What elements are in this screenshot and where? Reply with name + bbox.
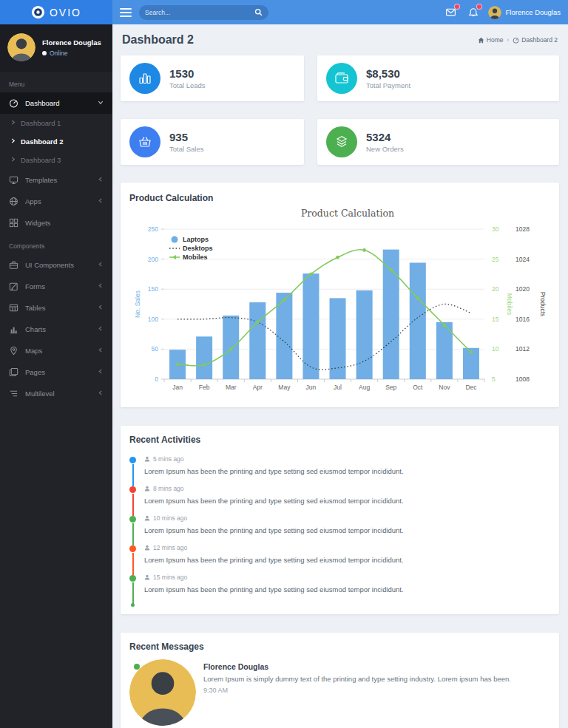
breadcrumb-separator: › (507, 36, 509, 44)
svg-text:150: 150 (148, 285, 158, 293)
breadcrumb-current[interactable]: Dashboard 2 (513, 36, 558, 44)
chevron-left-icon (98, 347, 104, 355)
timeline-dot-icon (129, 457, 136, 463)
stat-value: $8,530 (366, 67, 410, 81)
message-sender-name: Florence Douglas (203, 662, 511, 671)
svg-text:Jan: Jan (172, 384, 183, 391)
activity-item: 10 mins agoLorem Ipsum has been the prin… (129, 514, 550, 544)
sidebar-item-label: Tables (25, 304, 45, 312)
breadcrumb-home[interactable]: Home (478, 36, 504, 44)
recent-messages-card: Recent Messages Florence DouglasLorem Ip… (121, 633, 559, 728)
avatar (488, 6, 501, 19)
timeline-line (132, 553, 134, 575)
timeline-dot-icon (129, 575, 136, 582)
hamburger-menu-icon[interactable] (120, 8, 132, 17)
map-pin-icon (9, 346, 18, 356)
stat-label: New Orders (366, 145, 404, 153)
brand-logo[interactable]: OVIO (0, 0, 112, 24)
chevron-left-icon (98, 389, 104, 398)
bar-chart-icon (9, 324, 18, 334)
chevron-left-icon (98, 197, 104, 205)
brand-name: OVIO (50, 7, 81, 18)
message-text: Lorem Ipsum is simply dummy text of the … (203, 675, 511, 683)
activity-text: Lorem Ipsum has been the printing and ty… (144, 526, 550, 534)
sidebar-item-widgets[interactable]: Widgets (0, 212, 112, 234)
svg-text:5: 5 (492, 375, 496, 383)
sidebar-item-pages[interactable]: Pages (0, 361, 112, 383)
svg-text:Products: Products (539, 292, 547, 317)
sidebar-subitem-dashboard-1[interactable]: Dashboard 1 (0, 114, 112, 132)
sidebar-item-label: Widgets (25, 219, 50, 227)
svg-text:Oct: Oct (413, 384, 423, 391)
svg-text:Aug: Aug (359, 384, 370, 391)
chevron-left-icon (98, 261, 104, 269)
sidebar-item-charts[interactable]: Charts (0, 319, 112, 340)
svg-text:Sep: Sep (385, 384, 396, 391)
timeline-dot-icon (129, 486, 136, 493)
sidebar-item-dashboard[interactable]: Dashboard (0, 92, 112, 114)
activity-text: Lorem Ipsum has been the printing and ty… (144, 467, 550, 475)
sidebar-item-templates[interactable]: Templates (0, 169, 112, 191)
sidebar-item-label: UI Components (25, 261, 74, 269)
sidebar-item-label: Multilevel (25, 389, 55, 398)
messages-list: Florence DouglasLorem Ipsum is simply du… (129, 659, 550, 728)
monitor-icon (9, 175, 18, 185)
svg-text:0: 0 (155, 375, 158, 383)
timeline-line (132, 523, 134, 545)
table-icon (9, 303, 18, 313)
sidebar-item-label: Apps (25, 197, 41, 205)
sidebar-subitem-dashboard-2[interactable]: Dashboard 2 (0, 132, 112, 151)
svg-text:100: 100 (148, 316, 158, 323)
sidebar-item-multilevel[interactable]: Multilevel (0, 383, 112, 404)
sidebar-subitem-label: Dashboard 1 (21, 119, 61, 127)
notifications-icon[interactable] (466, 5, 481, 20)
pencil-square-icon (9, 282, 18, 291)
svg-text:Laptops: Laptops (183, 236, 209, 243)
search-icon[interactable] (254, 8, 263, 16)
timeline-dot-icon (129, 545, 136, 552)
sidebar-item-ui-components[interactable]: UI Components (0, 254, 112, 276)
activity-item: 8 mins agoLorem Ipsum has been the print… (129, 485, 550, 514)
combo-chart-svg: Product Calculation051008501010121001510… (128, 205, 553, 398)
layers-icon (326, 126, 357, 157)
svg-text:1008: 1008 (515, 375, 530, 383)
svg-text:Product Calculation: Product Calculation (301, 208, 394, 219)
timeline-line (132, 464, 134, 486)
sidebar-item-label: Pages (25, 368, 45, 376)
sidebar-item-tables[interactable]: Tables (0, 297, 112, 319)
search-input[interactable] (145, 9, 254, 16)
sidebar-subitem-label: Dashboard 2 (21, 137, 64, 146)
sidebar-item-maps[interactable]: Maps (0, 340, 112, 361)
sidebar-item-label: Maps (25, 347, 42, 355)
svg-text:10: 10 (492, 345, 499, 353)
chart-card-title: Product Calculation (129, 193, 552, 203)
svg-text:Feb: Feb (199, 384, 210, 391)
main-content: Dashboard 2 Home › Dashboard 2 1530Total… (112, 0, 568, 728)
home-icon (478, 37, 484, 44)
gauge-icon (9, 98, 18, 108)
sidebar-item-apps[interactable]: Apps (0, 191, 112, 212)
sidebar-subitem-dashboard-3[interactable]: Dashboard 3 (0, 151, 112, 169)
svg-text:30: 30 (492, 225, 499, 233)
stat-card-total-payment: $8,530Total Payment (317, 55, 559, 101)
recent-activities-card: Recent Activities 5 mins agoLorem Ipsum … (121, 426, 559, 614)
stats-grid: 1530Total Leads$8,530Total Payment935Tot… (121, 55, 559, 165)
activities-title: Recent Activities (129, 435, 550, 445)
status-dot-icon (134, 664, 140, 670)
activity-item: 15 mins agoLorem Ipsum has been the prin… (129, 574, 550, 603)
messages-icon[interactable] (444, 5, 459, 20)
stat-card-new-orders: 5324New Orders (317, 119, 559, 165)
list-icon (9, 389, 18, 398)
user-menu[interactable]: Florence Douglas (488, 6, 561, 19)
sidebar-item-forms[interactable]: Forms (0, 276, 112, 297)
sidebar-profile[interactable]: Florence Douglas Online (0, 24, 112, 72)
online-dot-icon (42, 51, 47, 55)
pages-icon (9, 367, 18, 377)
stat-value: 935 (169, 131, 203, 145)
chevron-left-icon (98, 304, 104, 312)
user-status: Online (42, 50, 101, 57)
messages-title: Recent Messages (129, 642, 550, 652)
chart-card: Product Calculation Product Calculation0… (121, 183, 559, 407)
svg-text:200: 200 (148, 256, 158, 263)
message-item: Florence DouglasLorem Ipsum is simply du… (129, 659, 550, 726)
